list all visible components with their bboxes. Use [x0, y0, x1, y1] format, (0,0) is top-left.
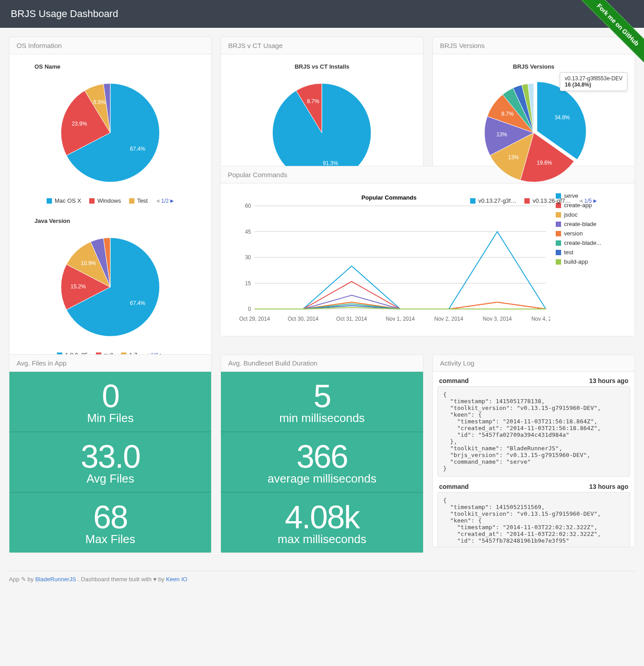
activity-title: command	[439, 377, 469, 384]
avg-bundle-card: Avg. Bundleset Build Duration 5 min mill…	[220, 354, 423, 553]
metric-block: 0 Min Files	[9, 372, 211, 432]
pie-slice-label: 34.8%	[554, 114, 570, 121]
pie-slice-label: 23.9%	[72, 121, 87, 127]
x-tick-label: Oct 30, 2014	[288, 316, 319, 322]
x-tick-label: Nov 1, 2014	[386, 316, 415, 322]
footer-text: . Dashboard theme built with ♥ by	[78, 576, 166, 583]
card-title: Avg. Bundleset Build Duration	[221, 355, 423, 372]
footer-link-brjs[interactable]: BladeRunnerJS	[35, 576, 76, 583]
legend-label: build-app	[564, 258, 588, 265]
legend-item[interactable]: create-blade	[556, 221, 601, 227]
metric-label: max milliseconds	[221, 532, 423, 546]
metric-label: Min Files	[9, 411, 211, 425]
metric-block: 366 average milliseconds	[221, 432, 423, 493]
avg-files-card: Avg. Files in App 0 Min Files 33.0 Avg F…	[9, 354, 212, 553]
card-title: Avg. Files in App	[9, 355, 211, 372]
metric-label: Avg Files	[9, 472, 211, 486]
line-series[interactable]	[255, 307, 546, 309]
activity-entry: command 13 hours ago { "timestamp": 1415…	[437, 377, 630, 477]
legend-item[interactable]: v0.13.27-g3f…	[470, 197, 516, 204]
pie-svg: 34.8%19.6%13%13%8.7%	[471, 74, 596, 191]
metric-value: 33.0	[9, 440, 211, 473]
pie-slice-label: 13%	[508, 154, 519, 161]
activity-log-card: Activity Log command 13 hours ago { "tim…	[432, 354, 635, 547]
chart-title: BRJS Versions	[513, 63, 555, 70]
chart-title: OS Name	[17, 63, 61, 70]
legend-swatch	[556, 222, 561, 227]
legend-pager[interactable]: ◀1/5▶	[579, 198, 597, 204]
metric-value: 68	[9, 501, 211, 533]
page-title: BRJS Usage Dashboard	[11, 8, 118, 19]
activity-entry: command 13 hours ago { "timestamp": 1415…	[437, 483, 630, 547]
metric-block: 33.0 Avg Files	[9, 432, 211, 493]
metric-value: 5	[221, 380, 423, 412]
pie-slice-label: 6.5%	[93, 99, 106, 105]
metric-value: 0	[9, 380, 211, 412]
x-tick-label: Nov 2, 2014	[434, 316, 463, 322]
legend-label: version	[564, 230, 583, 237]
x-tick-label: Nov 4, 2014	[532, 316, 550, 322]
legend-item[interactable]: version	[556, 230, 601, 237]
legend-swatch	[556, 240, 561, 246]
tooltip-line-2: 16 (34.8%)	[565, 82, 622, 88]
line-series[interactable]	[255, 282, 546, 309]
metric-block: 5 min milliseconds	[221, 372, 423, 432]
footer-link-keen[interactable]: Keen IO	[166, 576, 187, 583]
metric-label: min milliseconds	[221, 411, 423, 425]
y-tick-label: 15	[245, 280, 251, 287]
pie-slice-label: 67.4%	[130, 146, 145, 152]
pie-slice-label: 91.3%	[323, 160, 338, 166]
footer-text: App ✎ by	[9, 576, 35, 583]
activity-time: 13 hours ago	[589, 377, 628, 384]
legend-swatch	[556, 231, 561, 236]
pie-slice-label: 13%	[496, 131, 507, 138]
chart-title: BRJS vs CT Installs	[294, 63, 349, 70]
chart-tooltip: v0.13.27-g3f8553e-DEV 16 (34.8%)	[560, 72, 627, 91]
card-title: OS Information	[9, 37, 211, 54]
pie-slice-label: 8.7%	[501, 111, 514, 117]
line-series[interactable]	[255, 304, 546, 309]
activity-time: 13 hours ago	[589, 483, 628, 490]
page-header: BRJS Usage Dashboard	[0, 0, 644, 28]
pager-next-icon: ▶	[593, 198, 597, 203]
chart-title: Popular Commands	[362, 194, 417, 201]
pager-prev-icon: ◀	[579, 198, 583, 203]
legend-label: v0.13.26-gf7…	[532, 197, 571, 204]
legend-swatch	[556, 259, 561, 265]
card-title: BRJS Versions	[433, 37, 635, 54]
legend-label: test	[564, 249, 573, 256]
pager-text: 1/5	[584, 198, 592, 204]
legend-swatch	[524, 198, 530, 204]
legend-label: create-blade...	[564, 239, 601, 246]
metric-label: Max Files	[9, 532, 211, 546]
tooltip-line-1: v0.13.27-g3f8553e-DEV	[565, 75, 622, 82]
legend-item[interactable]: create-blade...	[556, 239, 601, 246]
metric-block: 68 Max Files	[9, 493, 211, 553]
chart-legend: v0.13.27-g3f…v0.13.26-gf7…◀1/5▶	[470, 197, 597, 204]
legend-swatch	[470, 198, 475, 204]
activity-json: { "timestamp": 1415052151569, "toolkit_v…	[437, 492, 630, 547]
activity-json: { "timestamp": 1415051778138, "toolkit_v…	[437, 386, 630, 477]
metric-value: 366	[221, 440, 423, 473]
y-tick-label: 60	[245, 203, 251, 209]
legend-swatch	[556, 250, 561, 255]
legend-item[interactable]: v0.13.26-gf7…	[524, 197, 571, 204]
pie-slice-label: 19.6%	[537, 160, 552, 166]
activity-title: command	[439, 483, 469, 490]
metric-value: 4.08k	[221, 501, 423, 533]
y-tick-label: 0	[248, 306, 251, 312]
y-tick-label: 45	[245, 229, 251, 235]
legend-item[interactable]: test	[556, 249, 601, 256]
legend-item[interactable]: build-app	[556, 258, 601, 265]
line-series[interactable]	[255, 295, 546, 309]
y-tick-label: 30	[245, 254, 251, 261]
legend-label: v0.13.27-g3f…	[478, 197, 516, 204]
x-tick-label: Oct 31, 2014	[337, 316, 367, 322]
card-title: BRJS v CT Usage	[221, 37, 423, 54]
line-series[interactable]	[255, 232, 546, 309]
line-series[interactable]	[255, 302, 546, 309]
card-title: Activity Log	[433, 355, 635, 372]
pie-slice-label: 8.7%	[307, 98, 320, 104]
metric-block: 4.08k max milliseconds	[221, 493, 423, 553]
metric-label: average milliseconds	[221, 472, 423, 486]
